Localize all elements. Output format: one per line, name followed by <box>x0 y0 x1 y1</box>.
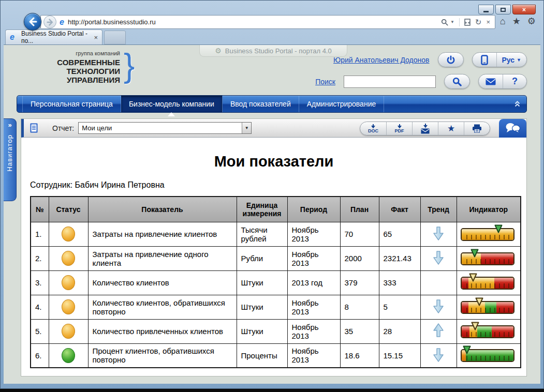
collapse-menu-icon[interactable] <box>514 100 520 110</box>
envelope-icon <box>486 78 496 85</box>
cell-status <box>49 222 88 246</box>
cell-trend <box>420 222 457 246</box>
search-button[interactable] <box>444 74 470 89</box>
search-icon[interactable] <box>441 19 448 26</box>
cell-period: Ноябрь 2013 <box>287 222 340 246</box>
cell-unit: Рубли <box>237 246 287 270</box>
column-header: Статус <box>49 197 88 222</box>
kpi-row: 6.Процент клиентов, обратившихся повторн… <box>31 343 521 368</box>
favorites-star-icon[interactable]: ★ <box>512 16 521 27</box>
favorite-export-button[interactable]: ★ <box>438 122 464 135</box>
kpi-row: 4.Количество клиентов, обратившихся повт… <box>31 295 521 319</box>
cell-period: Ноябрь 2013 <box>287 343 340 368</box>
tab-close-icon[interactable]: × <box>94 34 98 41</box>
logo-caption: группа компаний <box>32 50 120 56</box>
printer-icon <box>472 124 482 133</box>
user-profile-link[interactable]: Юрий Анатольевич Додонов <box>333 56 429 64</box>
cell-period: Ноябрь 2013 <box>287 246 340 270</box>
search-dropdown-icon[interactable]: ▼ <box>450 20 454 24</box>
cell-indicator-name: Затраты на привлечение одного клиента <box>88 246 237 270</box>
close-button[interactable]: × <box>512 5 536 14</box>
home-icon[interactable]: ⌂ <box>500 16 506 27</box>
cell-plan: 35 <box>340 319 379 343</box>
export-buttons: DOCPDF★ <box>360 122 490 135</box>
nav-tab[interactable]: Ввод показателей <box>223 96 299 112</box>
nav-tab[interactable]: Персональная страница <box>22 96 121 112</box>
back-arrow-icon <box>28 17 37 26</box>
refresh-icon[interactable]: ↻ <box>475 18 482 27</box>
forward-button[interactable] <box>43 16 56 28</box>
cell-trend <box>420 270 457 295</box>
cell-plan: 8 <box>340 295 379 319</box>
indicator-gauge <box>461 322 517 341</box>
browser-tab[interactable]: e Business Studio Portal - по... × <box>5 29 102 44</box>
question-icon: ? <box>512 76 518 87</box>
portal-gear-icon: ⚙ <box>215 47 222 55</box>
cell-number: 1. <box>31 222 49 246</box>
status-orange-icon <box>62 299 75 314</box>
back-button[interactable] <box>24 13 41 31</box>
cell-number: 3. <box>31 270 49 295</box>
minimize-button[interactable] <box>478 5 494 14</box>
cell-unit: Тысячи рублей <box>237 222 287 246</box>
tab-title: Business Studio Portal - по... <box>21 30 91 44</box>
mobile-version-button[interactable] <box>473 53 496 67</box>
nav-tab-label: Ввод показателей <box>230 100 291 108</box>
gauge-ticks <box>463 356 512 360</box>
phone-icon <box>481 55 488 65</box>
trend-up-icon <box>432 323 445 338</box>
compatibility-view-icon[interactable] <box>464 19 471 26</box>
navigator-panel-tab[interactable]: » Навигатор <box>4 118 17 201</box>
cell-status <box>49 295 88 319</box>
mail-button[interactable] <box>479 74 503 88</box>
cell-indicator <box>457 319 521 343</box>
cell-indicator-name: Затраты на привлечение клиентов <box>88 222 237 246</box>
stop-icon[interactable]: × <box>486 18 490 26</box>
report-document-icon <box>30 123 38 133</box>
address-bar-icons: ▼ ↻ × <box>441 18 495 27</box>
cell-status <box>49 343 88 368</box>
nav-tab[interactable]: Администрирование <box>299 96 385 112</box>
logo-line-2: ТЕХНОЛОГИИ <box>32 67 120 76</box>
nav-tab[interactable]: Бизнес-модель компании <box>121 96 223 112</box>
cell-indicator <box>457 246 521 270</box>
gauge-marker <box>494 224 503 235</box>
url-text[interactable]: http://portal.businessstudio.ru <box>68 18 441 26</box>
cell-plan: 2000 <box>340 246 379 270</box>
comments-button[interactable] <box>499 119 526 138</box>
cell-number: 2. <box>31 246 49 270</box>
new-tab-button[interactable] <box>104 31 126 44</box>
cell-indicator <box>457 270 521 295</box>
language-button[interactable]: Рус ▼ <box>496 53 526 67</box>
cell-fact: 65 <box>379 222 420 246</box>
kpi-body: 1.Затраты на привлечение клиентовТысячи … <box>31 222 521 368</box>
column-header: План <box>340 197 379 222</box>
settings-gear-icon[interactable]: ⚙ <box>527 16 536 27</box>
company-logo: группа компаний СОВРЕМЕННЫЕ ТЕХНОЛОГИИ У… <box>32 50 120 84</box>
pdf-export-button[interactable]: PDF <box>386 122 412 135</box>
send-export-button[interactable] <box>412 122 438 135</box>
kpi-row: 2.Затраты на привлечение одного клиентаР… <box>31 246 521 270</box>
kpi-table: №СтатусПоказательЕдиница измеренияПериод… <box>30 196 521 368</box>
logout-button[interactable] <box>438 52 464 67</box>
nav-tab-label: Бизнес-модель компании <box>129 100 214 108</box>
doc-export-button[interactable]: DOC <box>360 122 386 135</box>
maximize-button[interactable] <box>495 5 511 14</box>
gauge-marker <box>463 345 471 356</box>
cell-status <box>49 246 88 270</box>
report-select[interactable]: Мои цели ▼ <box>78 122 252 134</box>
print-export-button[interactable] <box>464 122 490 135</box>
cell-period: 2013 год <box>287 270 340 295</box>
status-orange-icon <box>62 324 75 339</box>
help-button[interactable]: ? <box>503 74 526 88</box>
download-arrow-icon <box>423 124 428 128</box>
gauge-ticks <box>463 259 512 264</box>
select-dropdown-icon[interactable]: ▼ <box>242 123 251 133</box>
search-link[interactable]: Поиск <box>315 78 335 86</box>
logo-line-3: УПРАВЛЕНИЯ <box>32 76 120 84</box>
status-orange-icon <box>62 251 75 266</box>
address-bar[interactable]: e http://portal.businessstudio.ru ▼ ↻ × <box>40 15 495 29</box>
search-input[interactable] <box>344 76 436 88</box>
cell-number: 5. <box>31 319 49 343</box>
indicator-gauge <box>461 249 517 268</box>
